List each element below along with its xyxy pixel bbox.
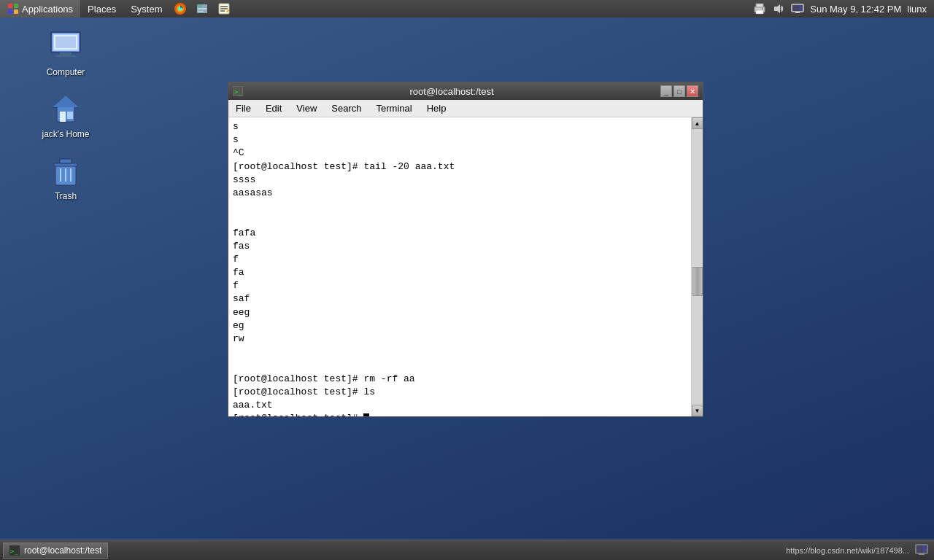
svg-rect-36 (54, 163, 77, 166)
terminal-title: root@localhost:/test (243, 86, 660, 97)
terminal-menubar: File Edit View Search Terminal Help (228, 100, 703, 117)
svg-rect-2 (8, 9, 12, 14)
minimize-button[interactable]: _ (660, 85, 672, 97)
applications-label: Applications (22, 4, 73, 15)
applications-icon (7, 3, 19, 15)
home-label: jack's Home (42, 129, 90, 139)
firefox-icon (174, 2, 187, 15)
trash-label: Trash (55, 191, 77, 201)
printer-tray-icon[interactable] (753, 2, 766, 15)
scroll-down-button[interactable]: ▼ (692, 405, 703, 416)
taskbar-terminal-label: root@localhost:/test (24, 545, 101, 556)
top-panel-right: Sun May 9, 12:42 PM liunx (753, 2, 934, 15)
trash-icon (48, 153, 83, 188)
svg-rect-17 (756, 4, 763, 7)
svg-marker-34 (53, 96, 79, 107)
desktop-icon-trash[interactable]: Trash (36, 153, 95, 201)
taskbar-terminal-icon: >_ (9, 545, 20, 556)
svg-rect-24 (795, 12, 800, 13)
svg-marker-20 (774, 4, 780, 13)
svg-rect-3 (14, 9, 18, 14)
scroll-up-button[interactable]: ▲ (692, 117, 703, 129)
taskbar-url: https://blog.csdn.net/wiki/187498... (786, 546, 909, 555)
volume-icon (772, 2, 785, 15)
menu-places[interactable]: Places (80, 0, 123, 18)
terminal-controls: _ □ ✕ (660, 85, 698, 97)
firefox-launcher[interactable] (169, 0, 191, 18)
computer-icon (48, 29, 83, 64)
svg-rect-32 (60, 112, 66, 122)
scroll-track[interactable] (692, 129, 703, 405)
files-icon (196, 2, 209, 15)
svg-rect-28 (55, 36, 76, 48)
svg-text:>_: >_ (234, 88, 242, 96)
display-tray-icon[interactable] (791, 2, 804, 15)
terminal-window-icon: >_ (233, 86, 243, 96)
printer-icon (753, 2, 766, 15)
places-label: Places (88, 4, 116, 15)
terminal-titlebar-left: >_ (233, 86, 243, 96)
taskbar-left: >_ root@localhost:/test (0, 542, 108, 559)
svg-rect-9 (198, 8, 207, 9)
svg-rect-22 (792, 5, 798, 11)
desktop-icon-computer[interactable]: Computer (36, 29, 95, 77)
top-panel: Applications Places System (0, 0, 934, 18)
svg-rect-18 (756, 10, 763, 14)
svg-rect-8 (197, 4, 202, 7)
svg-rect-48 (919, 553, 925, 555)
terminal-scrollbar[interactable]: ▲ ▼ (691, 117, 703, 416)
bottom-taskbar: >_ root@localhost:/test https://blog.csd… (0, 540, 934, 560)
menu-edit[interactable]: Edit (258, 100, 289, 117)
taskbar-terminal-item[interactable]: >_ root@localhost:/test (3, 542, 108, 559)
volume-tray-icon[interactable] (772, 2, 785, 15)
maximize-button[interactable]: □ (674, 85, 685, 97)
svg-rect-37 (60, 159, 72, 163)
menu-applications[interactable]: Applications (0, 0, 80, 18)
home-icon (48, 91, 83, 126)
terminal-body: s s ^C [root@localhost test]# tail -20 a… (228, 117, 703, 416)
svg-rect-46 (916, 545, 922, 553)
menu-search[interactable]: Search (324, 100, 368, 117)
texteditor-launcher[interactable] (213, 0, 235, 18)
terminal-window: >_ root@localhost:/test _ □ ✕ File Edit … (228, 82, 703, 417)
svg-text:>_: >_ (10, 548, 18, 555)
terminal-titlebar: >_ root@localhost:/test _ □ ✕ (228, 82, 703, 100)
menu-help[interactable]: Help (420, 100, 454, 117)
menu-terminal[interactable]: Terminal (369, 100, 420, 117)
close-button[interactable]: ✕ (687, 85, 698, 97)
system-label: System (131, 4, 162, 15)
texteditor-icon (217, 2, 231, 15)
svg-rect-30 (55, 55, 76, 57)
menu-system[interactable]: System (123, 0, 169, 18)
terminal-cursor (363, 413, 369, 416)
terminal-content[interactable]: s s ^C [root@localhost test]# tail -20 a… (228, 117, 691, 416)
svg-rect-11 (198, 11, 204, 12)
files-launcher[interactable] (191, 0, 213, 18)
svg-rect-33 (67, 112, 73, 119)
datetime-display: Sun May 9, 12:42 PM (810, 4, 901, 15)
svg-rect-23 (798, 5, 803, 11)
top-panel-left: Applications Places System (0, 0, 235, 18)
svg-rect-10 (198, 9, 207, 10)
display-icon (791, 2, 804, 15)
svg-point-19 (762, 8, 763, 9)
menu-view[interactable]: View (289, 100, 324, 117)
menu-file[interactable]: File (228, 100, 258, 117)
computer-label: Computer (47, 67, 85, 77)
scroll-thumb[interactable] (692, 267, 703, 296)
svg-rect-47 (922, 545, 927, 553)
svg-rect-29 (60, 52, 72, 55)
network-icon (915, 544, 928, 557)
desktop-icon-home[interactable]: jack's Home (36, 91, 95, 139)
svg-rect-1 (14, 4, 18, 8)
taskbar-right: https://blog.csdn.net/wiki/187498... (786, 544, 934, 557)
svg-rect-0 (8, 4, 12, 8)
taskbar-tray-icon1[interactable] (915, 544, 928, 557)
username-display: liunx (907, 4, 927, 15)
